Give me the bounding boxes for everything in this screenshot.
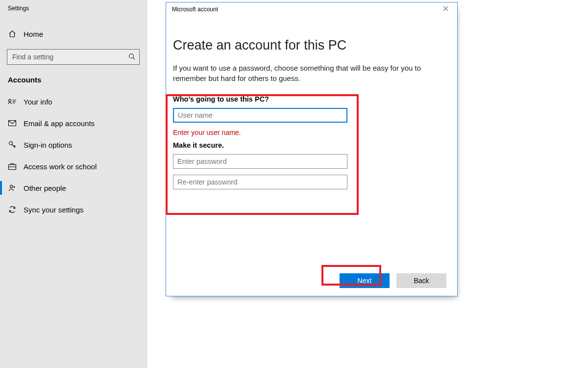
- password-input[interactable]: [173, 154, 347, 169]
- sidebar-item-other-people[interactable]: Other people: [0, 177, 147, 199]
- sidebar-item-label: Access work or school: [24, 162, 97, 171]
- sidebar-item-label: Sign-in options: [24, 141, 72, 149]
- username-input[interactable]: [173, 108, 347, 123]
- sidebar-item-signin-options[interactable]: Sign-in options: [0, 134, 147, 156]
- nav-home-label: Home: [24, 30, 43, 38]
- dialog-heading: Create an account for this PC: [173, 38, 438, 53]
- sidebar-item-email-accounts[interactable]: Email & app accounts: [0, 112, 147, 134]
- search-box[interactable]: [7, 49, 140, 65]
- sidebar-item-sync-settings[interactable]: Sync your settings: [0, 199, 147, 220]
- sidebar-item-label: Other people: [24, 184, 66, 192]
- mail-icon: [8, 119, 17, 128]
- svg-point-1: [9, 100, 11, 102]
- search-input[interactable]: [11, 53, 128, 61]
- close-icon: [443, 6, 448, 13]
- password-confirm-input[interactable]: [173, 175, 347, 189]
- settings-sidebar: Settings Home Accounts: [0, 0, 147, 368]
- app-title: Settings: [0, 0, 147, 12]
- briefcase-icon: [8, 162, 17, 171]
- svg-point-5: [10, 185, 12, 187]
- dialog-footer: Next Back: [166, 273, 457, 288]
- svg-point-3: [9, 142, 13, 145]
- sync-icon: [8, 205, 17, 214]
- sidebar-item-work-school[interactable]: Access work or school: [0, 156, 147, 177]
- person-plus-icon: [8, 184, 17, 192]
- sidebar-item-label: Email & app accounts: [24, 119, 95, 128]
- key-icon: [8, 140, 17, 149]
- username-error: Enter your user name.: [173, 129, 438, 136]
- microsoft-account-dialog: Microsoft account Create an account for …: [166, 2, 458, 296]
- user-section-label: Who's going to use this PC?: [173, 95, 438, 103]
- svg-point-0: [129, 53, 134, 58]
- sidebar-item-your-info[interactable]: Your info: [0, 91, 147, 112]
- nav-home[interactable]: Home: [0, 25, 147, 43]
- sidebar-item-label: Sync your settings: [24, 206, 84, 214]
- search-icon: [128, 53, 135, 61]
- search-container: [7, 49, 140, 65]
- dialog-title: Microsoft account: [172, 6, 218, 13]
- dialog-subtext: If you want to use a password, choose so…: [173, 63, 438, 83]
- home-icon: [8, 29, 17, 38]
- sidebar-item-label: Your info: [24, 98, 52, 106]
- password-section-label: Make it secure.: [173, 141, 438, 149]
- dialog-titlebar: Microsoft account: [166, 2, 457, 16]
- back-button[interactable]: Back: [396, 273, 446, 288]
- person-card-icon: [8, 97, 17, 106]
- next-button[interactable]: Next: [340, 273, 390, 288]
- sidebar-category: Accounts: [0, 74, 147, 91]
- dialog-body: Create an account for this PC If you wan…: [166, 16, 457, 189]
- close-button[interactable]: [437, 3, 454, 15]
